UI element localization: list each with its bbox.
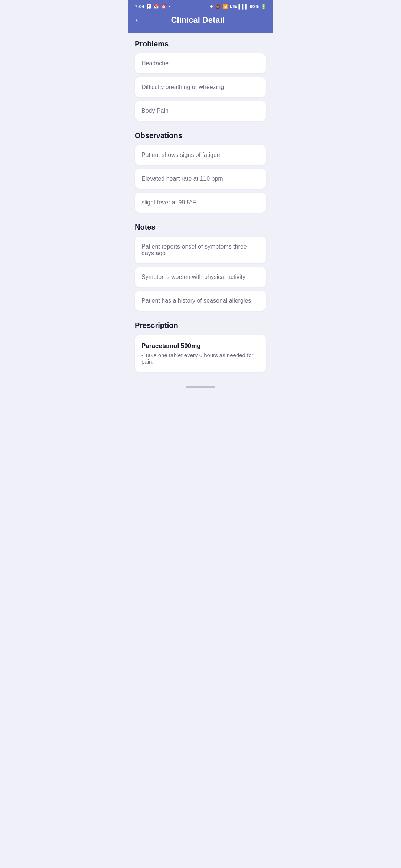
bottom-handle [135,382,266,390]
prescription-desc-1: - Take one tablet every 6 hours as neede… [141,352,260,365]
prescription-title: Prescription [135,321,266,330]
battery-icon: 🔋 [261,4,266,9]
wifi-icon: 📶 [222,4,228,9]
prescription-section: Prescription Paracetamol 500mg - Take on… [135,321,266,372]
calendar-icon: 📅 [154,4,159,9]
page-title: Clinical Detail [142,15,254,25]
prescription-name-1: Paracetamol 500mg [141,342,260,350]
battery-percent: 60% [250,4,259,9]
status-bar: 7:04 🖼 📅 ⏰ ● ✦ 🔇 📶 LTE ▌▌▌ 60% 🔋 [128,0,273,11]
back-button[interactable]: ‹ [136,16,138,24]
signal-icon: ▌▌▌ [238,4,248,9]
note-item-1: Patient reports onset of symptoms three … [135,237,266,263]
notes-title: Notes [135,223,266,231]
bluetooth-icon: ✦ [209,4,213,9]
photo-icon: 🖼 [147,4,151,9]
observations-title: Observations [135,131,266,140]
problems-section: Problems Headache Difficulty breathing o… [135,40,266,121]
mute-icon: 🔇 [215,4,221,9]
notes-section: Notes Patient reports onset of symptoms … [135,223,266,311]
observations-section: Observations Patient shows signs of fati… [135,131,266,213]
main-content: Problems Headache Difficulty breathing o… [128,29,273,405]
problem-item-2: Difficulty breathing or wheezing [135,77,266,97]
lte-icon: LTE [230,4,237,9]
status-right: ✦ 🔇 📶 LTE ▌▌▌ 60% 🔋 [209,4,266,9]
observation-item-3: slight fever at 99.5°F [135,193,266,213]
app-header: ‹ Clinical Detail [128,11,273,33]
note-item-3: Patient has a history of seasonal allerg… [135,291,266,311]
problem-item-3: Body Pain [135,101,266,121]
alarm-icon: ⏰ [161,4,166,9]
note-item-2: Symptoms worsen with physical activity [135,267,266,287]
status-left: 7:04 🖼 📅 ⏰ ● [135,4,170,9]
prescription-item-1: Paracetamol 500mg - Take one tablet ever… [135,335,266,372]
dot-indicator: ● [169,5,170,8]
observation-item-2: Elevated heart rate at 110 bpm [135,169,266,189]
problem-item-1: Headache [135,53,266,73]
status-time: 7:04 [135,4,144,9]
observation-item-1: Patient shows signs of fatigue [135,145,266,165]
problems-title: Problems [135,40,266,48]
handle-bar [186,386,215,388]
